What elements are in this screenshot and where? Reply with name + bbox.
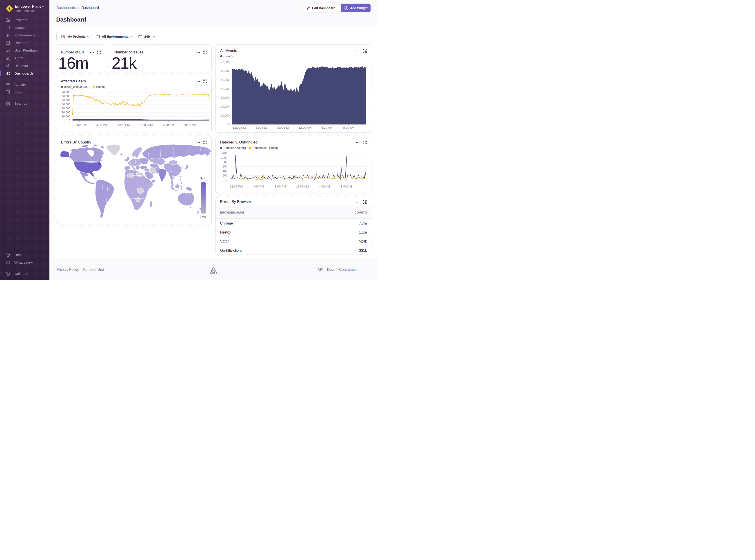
svg-text:8:00 PM: 8:00 PM [118,123,130,127]
svg-text:30,000: 30,000 [62,107,70,110]
svg-text:4:00 AM: 4:00 AM [318,185,330,188]
svg-text:12:00 PM: 12:00 PM [230,185,243,188]
svg-text:20,000: 20,000 [221,105,229,108]
svg-text:60,000: 60,000 [221,69,229,73]
svg-text:200: 200 [223,174,227,177]
svg-text:20,000: 20,000 [62,111,70,114]
svg-text:4:00 PM: 4:00 PM [255,126,267,129]
svg-text:12:00 PM: 12:00 PM [233,126,246,129]
svg-text:10,000: 10,000 [62,115,70,118]
svg-text:400: 400 [223,169,227,173]
svg-text:70,000: 70,000 [62,91,70,94]
svg-text:600: 600 [223,165,227,168]
svg-text:30,000: 30,000 [221,96,229,99]
svg-text:4:00 AM: 4:00 AM [163,123,174,127]
svg-text:40,000: 40,000 [62,103,70,106]
svg-text:8:00 AM: 8:00 AM [341,185,352,188]
svg-text:4:00 PM: 4:00 PM [96,123,108,127]
svg-text:0: 0 [228,123,229,126]
svg-text:1,200: 1,200 [220,152,227,155]
svg-text:12:00 AM: 12:00 AM [140,123,153,127]
svg-text:50,000: 50,000 [62,99,70,102]
svg-text:8:00 PM: 8:00 PM [277,126,289,129]
svg-text:50,000: 50,000 [221,78,229,81]
svg-text:70,000: 70,000 [221,60,229,63]
svg-text:0: 0 [69,119,70,122]
svg-text:1,000: 1,000 [220,156,227,159]
svg-text:800: 800 [223,161,227,164]
svg-text:12:00 PM: 12:00 PM [73,123,86,127]
svg-text:8:00 AM: 8:00 AM [343,126,354,129]
svg-text:40,000: 40,000 [221,87,229,90]
svg-text:60,000: 60,000 [62,95,70,98]
svg-text:8:00 PM: 8:00 PM [275,185,286,188]
svg-text:8:00 AM: 8:00 AM [185,123,196,127]
svg-text:12:00 AM: 12:00 AM [298,126,311,129]
svg-text:12:00 AM: 12:00 AM [296,185,309,188]
svg-text:4:00 AM: 4:00 AM [321,126,332,129]
svg-text:10,000: 10,000 [221,114,229,117]
svg-text:4:00 PM: 4:00 PM [253,185,264,188]
svg-text:0: 0 [226,178,227,181]
